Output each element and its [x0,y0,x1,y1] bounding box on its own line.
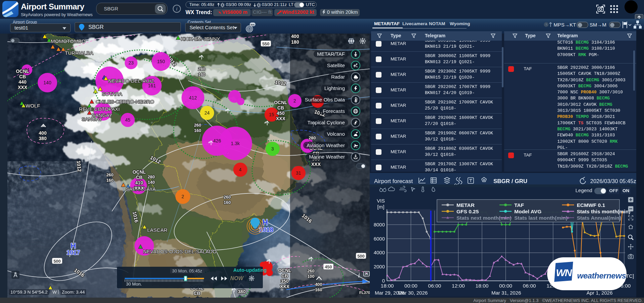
svg-text:CB: CB [313,151,319,156]
svg-text:SANGAY: SANGAY [82,116,102,122]
svg-text:4000: 4000 [374,250,385,255]
svg-text:260: 260 [194,123,201,128]
svg-text:410: 410 [135,180,143,185]
svg-text:XXX: XXX [276,116,286,121]
svg-text:i: i [358,271,360,279]
svg-text:WOLF: WOLF [26,103,40,109]
svg-text:450: 450 [277,111,285,116]
svg-text:NEVADOS-OJOS-DEL-SALADO: NEVADOS-OJOS-DEL-SALADO [143,249,216,254]
svg-text:CB: CB [281,273,288,278]
svg-text:140: 140 [198,72,205,77]
svg-text:GFS 0.25: GFS 0.25 [456,209,479,214]
svg-text:REVE COTOPAXI: REVE COTOPAXI [79,106,120,112]
svg-text:CB: CB [194,291,200,296]
svg-text:260: 260 [224,194,231,200]
svg-text:400: 400 [291,34,299,39]
svg-text:1012: 1012 [76,160,83,172]
svg-text:WN: WN [556,267,572,278]
svg-text:280: 280 [309,135,316,140]
svg-text:Model AVG: Model AVG [514,209,541,214]
svg-text:18:00: 18:00 [381,283,394,289]
svg-text:3: 3 [271,146,274,152]
svg-text:METAR: METAR [456,202,475,208]
svg-text:Mar 30, 2026: Mar 30, 2026 [398,290,428,296]
svg-text:XXX: XXX [18,85,28,90]
svg-text:160: 160 [194,128,201,133]
svg-text:H: H [71,242,76,250]
svg-text:[m]: [m] [377,204,385,210]
svg-text:TAF: TAF [514,202,524,208]
svg-text:CB: CB [277,105,284,111]
svg-text:24: 24 [204,110,210,116]
svg-text:8000: 8000 [374,222,385,227]
svg-text:MOMOTOMBO: MOMOTOMBO [51,38,85,44]
svg-text:2: 2 [182,194,184,199]
svg-text:CB: CB [19,74,26,79]
svg-text:XXX: XXX [280,284,290,289]
svg-text:280: 280 [198,67,205,72]
svg-text:15: 15 [269,112,274,117]
svg-text:00:00: 00:00 [499,283,512,289]
svg-text:140: 140 [148,180,155,185]
svg-text:500: 500 [357,254,365,259]
svg-text:TURRIALBA: TURRIALBA [65,50,93,56]
svg-text:Mar 31, 2026: Mar 31, 2026 [491,290,521,296]
svg-text:2026/03/30 05:45z: 2026/03/30 05:45z [590,178,636,184]
svg-text:LASCAR: LASCAR [147,227,167,233]
svg-text:Airport forecast: Airport forecast [374,178,413,184]
svg-text:550: 550 [262,41,270,46]
svg-text:06:00: 06:00 [428,283,441,289]
svg-text:ECMWF 0.1: ECMWF 0.1 [577,202,605,208]
svg-text:100: 100 [307,274,315,279]
svg-text:2: 2 [293,98,296,103]
svg-text:426: 426 [213,138,221,143]
svg-text:18:00: 18:00 [476,283,489,289]
svg-text:km: km [251,23,255,26]
svg-text:150: 150 [157,59,165,64]
svg-text:260: 260 [106,172,114,177]
svg-text:OCNL: OCNL [132,169,146,175]
svg-text:400: 400 [315,282,322,287]
svg-text:Apr 1, 2026: Apr 1, 2026 [587,290,613,296]
svg-text:380: 380 [39,136,47,141]
svg-text:SBGR / GRU: SBGR / GRU [493,178,527,184]
svg-text:4: 4 [239,167,242,172]
svg-text:OFF: OFF [609,188,618,193]
svg-text:12:00: 12:00 [452,283,465,289]
svg-text:SOTARA: SOTARA [102,91,122,97]
svg-text:00:00: 00:00 [404,283,417,289]
svg-text:260: 260 [307,268,315,273]
svg-text:CHILES-CERRO-NEGRO: CHILES-CERRO-NEGRO [96,99,154,104]
svg-text:9: 9 [316,99,319,104]
svg-text:160: 160 [315,287,322,292]
svg-text:OCNL: OCNL [274,100,287,105]
svg-text:380: 380 [238,289,246,294]
svg-text:350: 350 [281,278,289,284]
svg-text:FL370: FL370 [359,291,370,295]
svg-text:360: 360 [312,156,320,162]
svg-text:45: 45 [125,117,130,123]
svg-text:OCNL: OCNL [278,268,291,273]
svg-text:280: 280 [148,174,155,179]
svg-text:2000: 2000 [374,264,385,269]
svg-text:23: 23 [128,60,134,66]
svg-text:160: 160 [106,178,114,183]
svg-text:ON: ON [622,188,629,193]
svg-text:CB: CB [136,175,143,180]
svg-text:1017: 1017 [67,249,80,256]
svg-text:400: 400 [39,130,47,136]
svg-text:6000: 6000 [374,236,385,242]
svg-text:XXX: XXX [134,185,144,191]
svg-text:Stats this month(min): Stats this month(min) [577,209,630,214]
svg-text:412: 412 [189,95,197,100]
svg-text:NEVADO-DEL-RUIZ: NEVADO-DEL-RUIZ [108,78,154,84]
svg-text:Stats last month(min): Stats last month(min) [514,215,567,221]
svg-text:OCNL: OCNL [16,69,29,74]
svg-text:Stats Annual(min): Stats Annual(min) [577,215,621,221]
svg-text:500: 500 [53,259,61,264]
svg-text:140: 140 [43,80,51,85]
svg-text:OCNL: OCNL [309,145,323,151]
svg-text:1.3k: 1.3k [231,141,240,146]
svg-text:VIS: VIS [377,198,385,204]
svg-text:140: 140 [309,141,316,146]
